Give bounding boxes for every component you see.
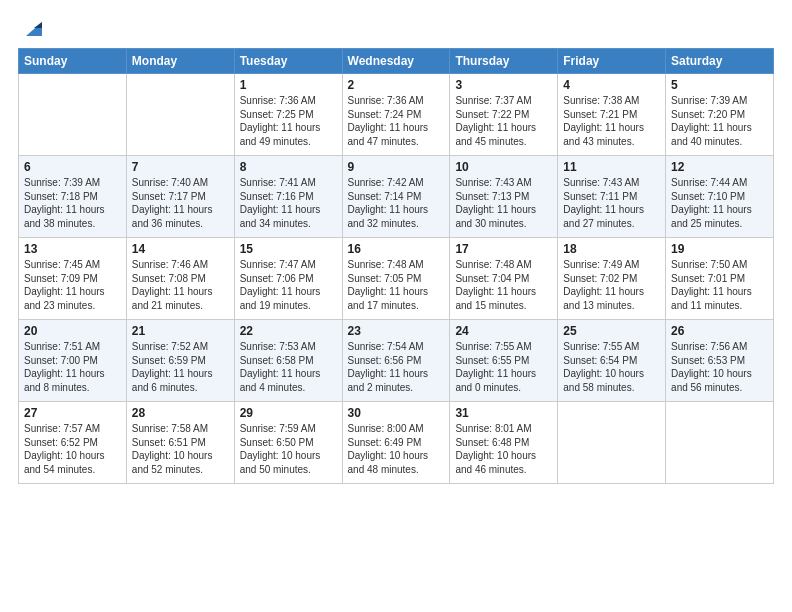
day-number: 24: [455, 324, 552, 338]
logo-icon: [20, 14, 48, 42]
day-info: Sunrise: 7:39 AMSunset: 7:20 PMDaylight:…: [671, 94, 768, 148]
day-number: 16: [348, 242, 445, 256]
calendar-cell: 28Sunrise: 7:58 AMSunset: 6:51 PMDayligh…: [126, 402, 234, 484]
day-number: 2: [348, 78, 445, 92]
day-number: 3: [455, 78, 552, 92]
day-of-week-header: Friday: [558, 49, 666, 74]
calendar-week-row: 1Sunrise: 7:36 AMSunset: 7:25 PMDaylight…: [19, 74, 774, 156]
day-number: 29: [240, 406, 337, 420]
day-number: 13: [24, 242, 121, 256]
calendar-cell: 31Sunrise: 8:01 AMSunset: 6:48 PMDayligh…: [450, 402, 558, 484]
day-info: Sunrise: 7:43 AMSunset: 7:13 PMDaylight:…: [455, 176, 552, 230]
calendar-cell: 14Sunrise: 7:46 AMSunset: 7:08 PMDayligh…: [126, 238, 234, 320]
day-info: Sunrise: 7:51 AMSunset: 7:00 PMDaylight:…: [24, 340, 121, 394]
svg-marker-1: [34, 22, 42, 28]
day-info: Sunrise: 7:52 AMSunset: 6:59 PMDaylight:…: [132, 340, 229, 394]
calendar-cell: 19Sunrise: 7:50 AMSunset: 7:01 PMDayligh…: [666, 238, 774, 320]
day-info: Sunrise: 7:42 AMSunset: 7:14 PMDaylight:…: [348, 176, 445, 230]
day-of-week-header: Wednesday: [342, 49, 450, 74]
calendar-cell: 25Sunrise: 7:55 AMSunset: 6:54 PMDayligh…: [558, 320, 666, 402]
day-info: Sunrise: 7:49 AMSunset: 7:02 PMDaylight:…: [563, 258, 660, 312]
calendar-cell: 2Sunrise: 7:36 AMSunset: 7:24 PMDaylight…: [342, 74, 450, 156]
day-info: Sunrise: 7:56 AMSunset: 6:53 PMDaylight:…: [671, 340, 768, 394]
page: SundayMondayTuesdayWednesdayThursdayFrid…: [0, 0, 792, 494]
calendar-cell: [558, 402, 666, 484]
day-of-week-header: Saturday: [666, 49, 774, 74]
day-number: 30: [348, 406, 445, 420]
day-number: 18: [563, 242, 660, 256]
day-of-week-header: Thursday: [450, 49, 558, 74]
day-info: Sunrise: 7:46 AMSunset: 7:08 PMDaylight:…: [132, 258, 229, 312]
day-number: 6: [24, 160, 121, 174]
day-info: Sunrise: 7:36 AMSunset: 7:25 PMDaylight:…: [240, 94, 337, 148]
calendar-cell: 18Sunrise: 7:49 AMSunset: 7:02 PMDayligh…: [558, 238, 666, 320]
calendar-cell: 1Sunrise: 7:36 AMSunset: 7:25 PMDaylight…: [234, 74, 342, 156]
calendar-cell: 6Sunrise: 7:39 AMSunset: 7:18 PMDaylight…: [19, 156, 127, 238]
day-of-week-header: Sunday: [19, 49, 127, 74]
day-info: Sunrise: 7:55 AMSunset: 6:55 PMDaylight:…: [455, 340, 552, 394]
day-info: Sunrise: 8:00 AMSunset: 6:49 PMDaylight:…: [348, 422, 445, 476]
day-info: Sunrise: 7:48 AMSunset: 7:04 PMDaylight:…: [455, 258, 552, 312]
day-number: 12: [671, 160, 768, 174]
day-info: Sunrise: 7:38 AMSunset: 7:21 PMDaylight:…: [563, 94, 660, 148]
day-info: Sunrise: 7:55 AMSunset: 6:54 PMDaylight:…: [563, 340, 660, 394]
day-info: Sunrise: 7:39 AMSunset: 7:18 PMDaylight:…: [24, 176, 121, 230]
day-of-week-header: Tuesday: [234, 49, 342, 74]
day-info: Sunrise: 7:54 AMSunset: 6:56 PMDaylight:…: [348, 340, 445, 394]
calendar-cell: 27Sunrise: 7:57 AMSunset: 6:52 PMDayligh…: [19, 402, 127, 484]
day-number: 25: [563, 324, 660, 338]
calendar-week-row: 13Sunrise: 7:45 AMSunset: 7:09 PMDayligh…: [19, 238, 774, 320]
day-number: 10: [455, 160, 552, 174]
day-info: Sunrise: 7:44 AMSunset: 7:10 PMDaylight:…: [671, 176, 768, 230]
calendar-cell: 20Sunrise: 7:51 AMSunset: 7:00 PMDayligh…: [19, 320, 127, 402]
calendar-cell: 22Sunrise: 7:53 AMSunset: 6:58 PMDayligh…: [234, 320, 342, 402]
calendar-cell: [19, 74, 127, 156]
day-info: Sunrise: 8:01 AMSunset: 6:48 PMDaylight:…: [455, 422, 552, 476]
calendar-cell: 24Sunrise: 7:55 AMSunset: 6:55 PMDayligh…: [450, 320, 558, 402]
day-info: Sunrise: 7:37 AMSunset: 7:22 PMDaylight:…: [455, 94, 552, 148]
day-number: 5: [671, 78, 768, 92]
calendar-cell: 7Sunrise: 7:40 AMSunset: 7:17 PMDaylight…: [126, 156, 234, 238]
day-number: 31: [455, 406, 552, 420]
day-number: 26: [671, 324, 768, 338]
day-info: Sunrise: 7:40 AMSunset: 7:17 PMDaylight:…: [132, 176, 229, 230]
day-info: Sunrise: 7:57 AMSunset: 6:52 PMDaylight:…: [24, 422, 121, 476]
header: [18, 10, 774, 42]
day-info: Sunrise: 7:48 AMSunset: 7:05 PMDaylight:…: [348, 258, 445, 312]
day-number: 9: [348, 160, 445, 174]
calendar-week-row: 6Sunrise: 7:39 AMSunset: 7:18 PMDaylight…: [19, 156, 774, 238]
day-info: Sunrise: 7:50 AMSunset: 7:01 PMDaylight:…: [671, 258, 768, 312]
calendar-cell: 12Sunrise: 7:44 AMSunset: 7:10 PMDayligh…: [666, 156, 774, 238]
day-number: 4: [563, 78, 660, 92]
day-number: 21: [132, 324, 229, 338]
day-info: Sunrise: 7:58 AMSunset: 6:51 PMDaylight:…: [132, 422, 229, 476]
day-number: 14: [132, 242, 229, 256]
day-info: Sunrise: 7:53 AMSunset: 6:58 PMDaylight:…: [240, 340, 337, 394]
calendar-cell: 5Sunrise: 7:39 AMSunset: 7:20 PMDaylight…: [666, 74, 774, 156]
calendar-cell: [666, 402, 774, 484]
calendar-header-row: SundayMondayTuesdayWednesdayThursdayFrid…: [19, 49, 774, 74]
calendar-cell: 13Sunrise: 7:45 AMSunset: 7:09 PMDayligh…: [19, 238, 127, 320]
day-number: 23: [348, 324, 445, 338]
calendar-cell: 17Sunrise: 7:48 AMSunset: 7:04 PMDayligh…: [450, 238, 558, 320]
calendar-table: SundayMondayTuesdayWednesdayThursdayFrid…: [18, 48, 774, 484]
calendar-cell: 4Sunrise: 7:38 AMSunset: 7:21 PMDaylight…: [558, 74, 666, 156]
calendar-cell: 21Sunrise: 7:52 AMSunset: 6:59 PMDayligh…: [126, 320, 234, 402]
calendar-cell: 30Sunrise: 8:00 AMSunset: 6:49 PMDayligh…: [342, 402, 450, 484]
calendar-cell: 3Sunrise: 7:37 AMSunset: 7:22 PMDaylight…: [450, 74, 558, 156]
calendar-cell: 29Sunrise: 7:59 AMSunset: 6:50 PMDayligh…: [234, 402, 342, 484]
day-number: 11: [563, 160, 660, 174]
calendar-week-row: 27Sunrise: 7:57 AMSunset: 6:52 PMDayligh…: [19, 402, 774, 484]
calendar-cell: 16Sunrise: 7:48 AMSunset: 7:05 PMDayligh…: [342, 238, 450, 320]
day-info: Sunrise: 7:45 AMSunset: 7:09 PMDaylight:…: [24, 258, 121, 312]
calendar-cell: 15Sunrise: 7:47 AMSunset: 7:06 PMDayligh…: [234, 238, 342, 320]
day-number: 8: [240, 160, 337, 174]
day-number: 1: [240, 78, 337, 92]
day-info: Sunrise: 7:59 AMSunset: 6:50 PMDaylight:…: [240, 422, 337, 476]
day-number: 22: [240, 324, 337, 338]
day-info: Sunrise: 7:43 AMSunset: 7:11 PMDaylight:…: [563, 176, 660, 230]
day-number: 20: [24, 324, 121, 338]
calendar-cell: 23Sunrise: 7:54 AMSunset: 6:56 PMDayligh…: [342, 320, 450, 402]
calendar-cell: 10Sunrise: 7:43 AMSunset: 7:13 PMDayligh…: [450, 156, 558, 238]
day-number: 17: [455, 242, 552, 256]
